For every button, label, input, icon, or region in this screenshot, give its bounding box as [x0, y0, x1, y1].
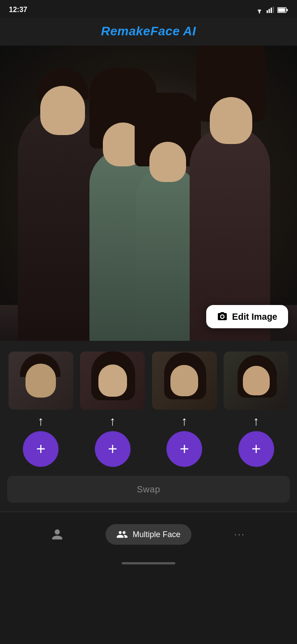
- faces-row: ↑ + ↑ +: [7, 352, 290, 467]
- battery-icon: [277, 7, 288, 13]
- face-column-1: ↑ +: [7, 352, 75, 467]
- plus-icon-2: +: [108, 441, 117, 457]
- plus-icon-3: +: [180, 441, 189, 457]
- face-thumbnail-2: [80, 352, 145, 410]
- svg-rect-2: [269, 9, 270, 13]
- mom-head: [210, 97, 252, 144]
- face-column-3: ↑ +: [151, 352, 218, 467]
- plus-icon-4: +: [251, 441, 261, 457]
- svg-point-0: [259, 12, 260, 13]
- nav-item-profile[interactable]: [9, 528, 106, 541]
- nav-item-multiple-face[interactable]: Multiple Face: [106, 524, 191, 545]
- signal-icon: [267, 7, 275, 13]
- svg-rect-4: [273, 7, 274, 13]
- svg-rect-1: [267, 10, 268, 13]
- status-icons: [255, 7, 288, 13]
- upload-button-3[interactable]: +: [166, 431, 202, 467]
- daughter2-body: [136, 166, 199, 341]
- app-header: RemakeFace AI: [0, 18, 297, 46]
- svg-rect-7: [287, 9, 288, 11]
- app-title: RemakeFace AI: [101, 24, 196, 38]
- home-indicator: [0, 557, 297, 569]
- upload-button-4[interactable]: +: [238, 431, 274, 467]
- faces-section: ↑ + ↑ +: [0, 341, 297, 476]
- edit-image-button[interactable]: Edit Image: [206, 305, 288, 328]
- upload-button-1[interactable]: +: [23, 431, 59, 467]
- svg-rect-6: [278, 8, 285, 12]
- face-thumbnail-3: [152, 352, 217, 410]
- upload-arrow-3: ↑: [181, 415, 187, 428]
- face-column-4: ↑ +: [223, 352, 290, 467]
- swap-button[interactable]: Swap: [7, 476, 290, 503]
- nav-item-more[interactable]: ···: [191, 529, 288, 540]
- daughter2-head: [149, 142, 186, 182]
- svg-rect-3: [271, 8, 272, 13]
- bottom-nav: Multiple Face ···: [0, 512, 297, 557]
- dots-icon: ···: [234, 529, 245, 540]
- face-column-2: ↑ +: [79, 352, 147, 467]
- upload-button-2[interactable]: +: [95, 431, 131, 467]
- swap-section: Swap: [0, 476, 297, 512]
- wifi-icon: [255, 7, 264, 13]
- edit-image-label: Edit Image: [232, 312, 277, 322]
- swap-label: Swap: [137, 484, 160, 494]
- plus-icon-1: +: [36, 441, 46, 457]
- upload-arrow-2: ↑: [110, 415, 116, 428]
- person-icon: [51, 528, 64, 541]
- home-bar: [122, 562, 175, 564]
- dad-head: [40, 86, 85, 135]
- status-time: 12:37: [9, 6, 27, 14]
- portrait-scene: [0, 46, 297, 341]
- main-image-container: Edit Image: [0, 46, 297, 341]
- status-bar: 12:37: [0, 0, 297, 18]
- figure-group: [0, 46, 297, 341]
- upload-arrow-1: ↑: [38, 415, 44, 428]
- people-icon: [116, 529, 128, 540]
- face-thumbnail-4: [224, 352, 289, 410]
- upload-arrow-4: ↑: [253, 415, 259, 428]
- camera-icon: [217, 311, 228, 322]
- face-thumbnail-1: [8, 352, 73, 410]
- multiple-face-label: Multiple Face: [132, 530, 180, 539]
